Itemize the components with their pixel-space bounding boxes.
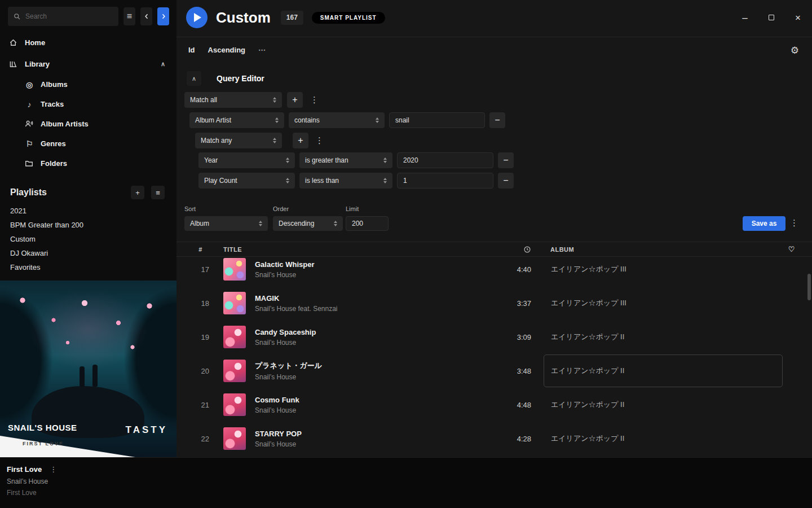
- track-album[interactable]: エイリアン☆ポップ III: [544, 257, 783, 286]
- table-row[interactable]: 18 MAGIK Snail’s House feat. Sennzai 3:3…: [176, 286, 812, 320]
- rule-operator-select[interactable]: contains: [289, 112, 385, 128]
- now-playing-title[interactable]: First Love: [7, 465, 42, 474]
- album-art-thumb: [223, 360, 246, 382]
- rule-menu-button[interactable]: ⋮: [308, 95, 321, 105]
- play-playlist-button[interactable]: [186, 7, 208, 28]
- sidebar-item-library[interactable]: Library ∧: [0, 53, 176, 75]
- playlists-title: Playlists: [10, 187, 124, 198]
- sidebar-item-album-artists[interactable]: Album Artists: [0, 114, 176, 134]
- add-playlist-button[interactable]: +: [131, 186, 144, 199]
- table-row[interactable]: 21 Cosmo Funk Snail’s House 4:48 エイリアン☆ポ…: [176, 388, 812, 422]
- rule-field-select[interactable]: Year: [198, 152, 295, 168]
- track-list-viewport: 17 Galactic Whisper Snail’s House 4:40 エ…: [176, 257, 812, 457]
- rule-value-input[interactable]: [397, 152, 493, 168]
- track-album[interactable]: エイリアン☆ポップ II: [544, 354, 783, 387]
- kebab-icon: ⋮: [790, 218, 798, 227]
- table-row[interactable]: 22 STARRY POP Snail’s House 4:28 エイリアン☆ポ…: [176, 422, 812, 456]
- column-duration[interactable]: [486, 246, 531, 253]
- search-box[interactable]: [8, 7, 118, 26]
- query-editor-header: ∧ Query Editor: [187, 71, 264, 86]
- track-duration: 4:48: [486, 401, 531, 409]
- sort-order-button[interactable]: Ascending: [208, 46, 245, 54]
- playlist-item[interactable]: Favorites: [0, 260, 176, 274]
- playlist-item[interactable]: Custom: [0, 232, 176, 246]
- chevron-up-icon: ∧: [192, 75, 196, 82]
- limit-input[interactable]: [346, 216, 389, 231]
- sidebar-item-albums[interactable]: ◎ Albums: [0, 75, 176, 94]
- search-input[interactable]: [25, 12, 113, 20]
- sidebar-item-folders[interactable]: Folders: [0, 154, 176, 173]
- close-button[interactable]: ×: [793, 12, 803, 23]
- playlist-item[interactable]: 2021: [0, 204, 176, 218]
- save-as-button[interactable]: Save as: [743, 216, 785, 231]
- rule-operator-select[interactable]: is greater than: [299, 152, 392, 168]
- sort-field-button[interactable]: Id: [188, 46, 195, 54]
- nav-forward-button[interactable]: [157, 7, 169, 25]
- scrollbar-thumb[interactable]: [807, 274, 811, 300]
- match-type-select[interactable]: Match all: [184, 92, 282, 108]
- add-group-rule-button[interactable]: +: [293, 133, 308, 148]
- query-editor-title: Query Editor: [217, 74, 264, 83]
- playlist-item[interactable]: BPM Greater than 200: [0, 218, 176, 232]
- heart-icon: ♡: [788, 245, 795, 253]
- track-album[interactable]: エイリアン☆ポップ II: [544, 422, 783, 455]
- column-title[interactable]: TITLE: [223, 246, 486, 253]
- track-table-header: # TITLE ALBUM ♡: [176, 242, 812, 257]
- plus-icon: +: [292, 95, 297, 105]
- nav-back-button[interactable]: [140, 7, 152, 25]
- track-number: 22: [192, 435, 209, 443]
- playlist-item[interactable]: DJ Okawari: [0, 246, 176, 260]
- track-number: 18: [192, 299, 209, 308]
- playlist-list-button[interactable]: ≡: [151, 186, 165, 199]
- app-window: ≡ Home Library ∧ ◎ Albums ♪ Tracks: [0, 0, 812, 508]
- sidebar-item-tracks[interactable]: ♪ Tracks: [0, 94, 176, 114]
- artwork-figure: [92, 365, 98, 387]
- sort-select[interactable]: Album: [184, 216, 268, 231]
- collapse-query-editor-button[interactable]: ∧: [187, 71, 201, 86]
- list-icon: ≡: [156, 189, 160, 197]
- remove-rule-button[interactable]: −: [498, 152, 514, 168]
- rule-field-select[interactable]: Album Artist: [189, 112, 284, 128]
- clock-icon: [523, 246, 531, 253]
- group-match-type-select[interactable]: Match any: [195, 133, 282, 148]
- track-album[interactable]: エイリアン☆ポップ II: [544, 388, 783, 421]
- track-options-button[interactable]: ⋮: [50, 465, 57, 474]
- sidebar-item-home[interactable]: Home: [0, 32, 176, 53]
- group-menu-button[interactable]: ⋮: [313, 135, 326, 146]
- table-row[interactable]: 17 Galactic Whisper Snail’s House 4:40 エ…: [176, 257, 812, 286]
- track-title: Galactic Whisper: [255, 260, 486, 269]
- chevron-up-icon[interactable]: ∧: [161, 60, 165, 68]
- remove-rule-button[interactable]: −: [489, 112, 505, 128]
- column-favorite[interactable]: ♡: [788, 245, 795, 253]
- now-playing-artwork[interactable]: SNAIL'S HOUSE FIRST LOVE TASTY: [0, 281, 176, 457]
- more-options-button[interactable]: ⋯: [258, 46, 266, 54]
- now-playing-artist[interactable]: Snail’s House: [7, 478, 57, 485]
- chevron-right-icon: [160, 13, 167, 20]
- column-index[interactable]: #: [192, 246, 209, 253]
- table-row[interactable]: 20 プラネット・ガール Snail’s House 3:48 エイリアン☆ポッ…: [176, 354, 812, 388]
- rule-value-input[interactable]: [389, 112, 485, 128]
- column-album[interactable]: ALBUM: [544, 246, 812, 253]
- track-album[interactable]: エイリアン☆ポップ III: [544, 287, 783, 319]
- add-rule-button[interactable]: +: [287, 92, 303, 108]
- remove-rule-button[interactable]: −: [498, 173, 514, 189]
- playlist-header: Custom 167 SMART PLAYLIST: [186, 7, 385, 28]
- query-rule-row: Album Artist contains −: [189, 112, 505, 128]
- now-playing-album[interactable]: First Love: [7, 489, 57, 497]
- minimize-button[interactable]: –: [740, 12, 750, 23]
- order-select[interactable]: Descending: [273, 216, 343, 231]
- settings-button[interactable]: ⚙: [791, 45, 799, 56]
- save-menu-button[interactable]: ⋮: [788, 218, 801, 228]
- playlists-header: Playlists + ≡: [10, 186, 165, 199]
- select-arrows-icon: [273, 97, 276, 103]
- track-album[interactable]: エイリアン☆ポップ II: [544, 321, 783, 353]
- menu-button[interactable]: ≡: [123, 7, 135, 25]
- minus-icon: −: [503, 176, 508, 186]
- sidebar-item-genres[interactable]: ⚐ Genres: [0, 134, 176, 154]
- track-number: 19: [192, 333, 209, 341]
- rule-operator-select[interactable]: is less than: [299, 173, 392, 189]
- maximize-button[interactable]: [766, 12, 776, 23]
- rule-field-select[interactable]: Play Count: [198, 173, 295, 189]
- rule-value-input[interactable]: [397, 173, 493, 189]
- table-row[interactable]: 19 Candy Spaceship Snail’s House 3:09 エイ…: [176, 320, 812, 354]
